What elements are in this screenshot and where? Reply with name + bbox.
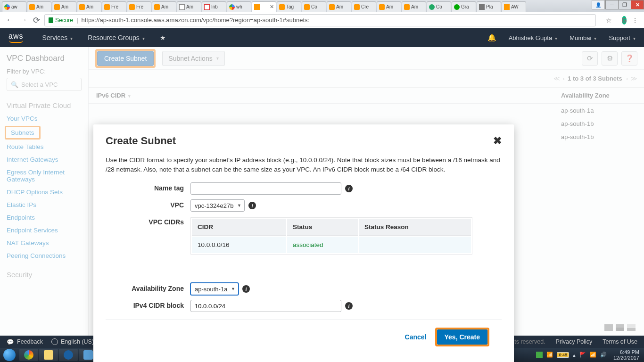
- resource-groups-menu[interactable]: Resource Groups▾: [88, 34, 145, 41]
- info-icon[interactable]: i: [248, 202, 256, 209]
- reload-button[interactable]: ⟳: [31, 15, 41, 25]
- privacy-policy-link[interactable]: Privacy Policy: [556, 338, 593, 345]
- maximize-button[interactable]: ❐: [618, 0, 631, 9]
- taskbar-app[interactable]: [59, 349, 78, 361]
- grammarly-extension-icon[interactable]: G: [618, 16, 626, 25]
- browser-tab[interactable]: Am: [77, 1, 101, 12]
- browser-tab[interactable]: Am: [152, 1, 176, 12]
- vpc-filter-select[interactable]: 🔍Select a VPC: [7, 78, 82, 91]
- close-window-button[interactable]: ✕: [631, 0, 644, 9]
- chrome-profile-icon[interactable]: 👤: [592, 0, 605, 9]
- sidebar-item-subnets[interactable]: Subnets: [5, 126, 41, 140]
- browser-tab[interactable]: Gra: [452, 1, 476, 12]
- region-menu[interactable]: Mumbai▾: [570, 34, 596, 41]
- yes-create-button[interactable]: Yes, Create: [437, 329, 488, 345]
- browser-tab[interactable]: Am: [27, 1, 51, 12]
- star-bookmark-icon[interactable]: ☆: [604, 16, 613, 25]
- browser-tab[interactable]: Am: [177, 1, 201, 12]
- view-split-icon[interactable]: [616, 324, 624, 331]
- col-ipv6-cidr[interactable]: IPv6 CIDR▾: [96, 92, 561, 99]
- wifi-icon[interactable]: 📶: [546, 352, 553, 358]
- browser-tab[interactable]: Cre: [352, 1, 376, 12]
- availability-zone-select[interactable]: ap-south-1a: [190, 283, 239, 295]
- account-menu[interactable]: Abhishek Gupta▾: [509, 34, 558, 41]
- info-icon[interactable]: i: [345, 302, 353, 310]
- aws-icon: [329, 4, 335, 10]
- pager-next-icon[interactable]: ›: [626, 75, 627, 82]
- pager-first-icon[interactable]: ≪: [553, 75, 559, 82]
- speaker-icon[interactable]: 🔊: [600, 352, 607, 358]
- flag-icon[interactable]: 🚩: [579, 352, 586, 358]
- taskbar-explorer[interactable]: [39, 349, 58, 361]
- sidebar-item-internet-gateways[interactable]: Internet Gateways: [0, 153, 88, 166]
- browser-tab[interactable]: Tag: [277, 1, 301, 12]
- services-menu[interactable]: Services▾: [42, 34, 73, 41]
- refresh-button[interactable]: ⟳: [582, 51, 598, 66]
- col-availability-zone[interactable]: Availability Zone: [561, 92, 636, 99]
- signal-icon[interactable]: 📶: [590, 352, 596, 358]
- info-icon[interactable]: i: [345, 185, 353, 192]
- sidebar-group-title: Virtual Private Cloud: [0, 98, 88, 112]
- vpc-dashboard-link[interactable]: VPC Dashboard: [0, 54, 88, 68]
- cancel-button[interactable]: Cancel: [405, 333, 427, 341]
- sidebar-item-peering[interactable]: Peering Connections: [0, 249, 88, 262]
- browser-tab[interactable]: Co: [427, 1, 451, 12]
- browser-tab[interactable]: Am: [402, 1, 426, 12]
- browser-tab[interactable]: Co: [302, 1, 326, 12]
- start-button[interactable]: [0, 348, 19, 362]
- browser-tab[interactable]: Fre: [127, 1, 151, 12]
- browser-tab-active[interactable]: ✕: [252, 1, 276, 12]
- pager-prev-icon[interactable]: ‹: [563, 75, 564, 82]
- google-icon: [229, 4, 235, 10]
- sidebar-item-endpoint-services[interactable]: Endpoint Services: [0, 224, 88, 237]
- sidebar-item-nat-gateways[interactable]: NAT Gateways: [0, 237, 88, 249]
- battery-icon[interactable]: 0:48: [557, 352, 569, 358]
- view-bottom-icon[interactable]: [627, 324, 636, 331]
- filter-label: Filter by VPC:: [0, 68, 88, 78]
- sidebar-item-your-vpcs[interactable]: Your VPCs: [0, 112, 88, 125]
- browser-tab[interactable]: AW: [502, 1, 526, 12]
- browser-tab[interactable]: wh: [227, 1, 251, 12]
- browser-tab[interactable]: Pla: [477, 1, 501, 12]
- forward-button[interactable]: →: [18, 15, 28, 25]
- sidebar-item-endpoints[interactable]: Endpoints: [0, 211, 88, 224]
- sidebar-item-elastic-ips[interactable]: Elastic IPs: [0, 198, 88, 211]
- network-icon[interactable]: [536, 352, 543, 358]
- notifications-icon[interactable]: 🔔: [487, 33, 496, 42]
- name-tag-input[interactable]: [190, 182, 341, 195]
- pin-icon[interactable]: ★: [160, 34, 166, 41]
- browser-tab[interactable]: Inb: [202, 1, 226, 12]
- tray-expand-icon[interactable]: ▴: [573, 352, 576, 358]
- language-selector[interactable]: English (US): [51, 338, 94, 345]
- browser-tab[interactable]: aw: [2, 1, 26, 12]
- browser-tab[interactable]: Fre: [102, 1, 126, 12]
- ipv4-cidr-input[interactable]: [190, 300, 341, 312]
- sidebar-item-route-tables[interactable]: Route Tables: [0, 140, 88, 153]
- view-full-icon[interactable]: [604, 324, 613, 331]
- back-button[interactable]: ←: [5, 15, 15, 25]
- browser-tab[interactable]: Am: [52, 1, 76, 12]
- info-icon[interactable]: i: [242, 285, 250, 293]
- browser-tab[interactable]: Am: [377, 1, 401, 12]
- url-input[interactable]: Secure | https://ap-south-1.console.aws.…: [44, 14, 596, 26]
- minimize-button[interactable]: ─: [605, 0, 619, 9]
- support-menu[interactable]: Support▾: [609, 34, 636, 41]
- close-tab-icon[interactable]: ✕: [270, 4, 274, 10]
- create-subnet-button[interactable]: Create Subnet: [97, 51, 154, 66]
- feedback-link[interactable]: 💬 Feedback: [7, 338, 43, 346]
- terms-of-use-link[interactable]: Terms of Use: [603, 338, 637, 345]
- aws-logo[interactable]: aws: [8, 33, 23, 43]
- taskbar-chrome[interactable]: [19, 349, 38, 361]
- sidebar-item-egress-gateways[interactable]: Egress Only Internet Gateways: [0, 166, 88, 186]
- sidebar-item-dhcp[interactable]: DHCP Options Sets: [0, 186, 88, 198]
- vpc-select[interactable]: vpc-1324e27b: [190, 199, 245, 212]
- help-button[interactable]: ❓: [621, 51, 637, 66]
- clock[interactable]: 6:49 PM 12/20/2017: [613, 349, 639, 361]
- subnet-actions-button[interactable]: Subnet Actions▾: [162, 51, 224, 66]
- chrome-menu-icon[interactable]: ⋮: [631, 16, 639, 25]
- modal-close-button[interactable]: ✖: [493, 135, 502, 147]
- browser-tab[interactable]: Am: [327, 1, 351, 12]
- settings-gear-button[interactable]: ⚙: [602, 51, 618, 66]
- table-row[interactable]: ap-south-1a: [89, 104, 644, 117]
- pager-last-icon[interactable]: ≫: [631, 75, 636, 82]
